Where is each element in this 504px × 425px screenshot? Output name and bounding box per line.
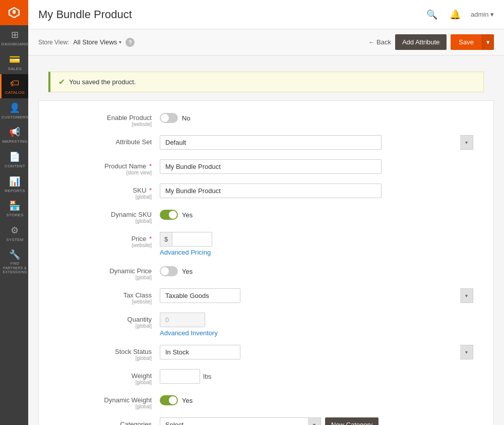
sku-row: SKU * [global]	[49, 184, 473, 200]
extensions-icon: 🔧	[9, 249, 20, 260]
quantity-row: Quantity [global] Advanced Inventory	[49, 313, 473, 337]
tax-class-sub: [website]	[49, 299, 152, 305]
back-button[interactable]: ← Back	[368, 38, 391, 46]
sales-icon: 💳	[9, 54, 20, 65]
categories-label: Categories	[49, 420, 152, 425]
add-attribute-button[interactable]: Add Attribute	[395, 34, 447, 50]
top-header: My Bundle Product 🔍 🔔 admin ▾	[28, 0, 504, 29]
weight-row: Weight [global] lbs	[49, 369, 473, 385]
admin-menu[interactable]: admin ▾	[471, 11, 494, 18]
dynamic-weight-toggle-label: Yes	[182, 397, 193, 404]
stock-status-select[interactable]: In Stock Out of Stock	[160, 345, 240, 359]
price-label: Price *	[49, 235, 152, 242]
product-form: Enable Product [website] No Attribute Se…	[38, 100, 494, 425]
sidebar-item-marketing[interactable]: 📢 Marketing	[0, 123, 28, 147]
toolbar-right: ← Back Add Attribute Save ▾	[368, 34, 494, 50]
stock-status-sub: [global]	[49, 355, 152, 361]
system-icon: ⚙	[11, 225, 19, 236]
sidebar-item-customers[interactable]: 👤 Customers	[0, 98, 28, 123]
quantity-input[interactable]	[160, 313, 205, 327]
categories-select[interactable]: Select...	[160, 417, 321, 425]
stock-status-row: Stock Status [global] In Stock Out of St…	[49, 345, 473, 361]
enable-product-label: Enable Product	[49, 114, 152, 122]
price-row: Price * [website] $ Advanced Pricing	[49, 232, 473, 256]
stock-status-arrow-icon: ▾	[460, 345, 473, 359]
dynamic-sku-row: Dynamic SKU [global] Yes	[49, 208, 473, 224]
dynamic-price-toggle-label: Yes	[182, 268, 193, 275]
dynamic-weight-row: Dynamic Weight [global] Yes	[49, 393, 473, 409]
dynamic-price-label: Dynamic Price	[49, 267, 152, 275]
tax-class-select[interactable]: Taxable Goods None	[160, 288, 240, 303]
product-name-input[interactable]	[160, 159, 382, 174]
dynamic-weight-label: Dynamic Weight	[49, 396, 152, 404]
sidebar-item-dashboard[interactable]: ⊞ Dashboard	[0, 25, 28, 50]
enable-product-sub: [website]	[49, 122, 152, 127]
dynamic-sku-sub: [global]	[49, 218, 152, 224]
enable-product-toggle-label: No	[182, 114, 191, 122]
sidebar-item-extensions[interactable]: 🔧 Find Partners & Extensions	[0, 245, 28, 278]
success-banner: ✔ You saved the product.	[48, 72, 484, 92]
new-category-button[interactable]: New Category	[325, 417, 379, 425]
stores-icon: 🏪	[9, 200, 20, 211]
content-icon: 📄	[9, 151, 20, 162]
dynamic-weight-toggle[interactable]	[160, 395, 178, 405]
store-view-chevron-icon: ▾	[119, 39, 121, 45]
notifications-button[interactable]: 🔔	[448, 7, 463, 22]
toolbar: Store View: All Store Views ▾ ? ← Back A…	[28, 29, 504, 55]
sidebar: ⊞ Dashboard 💳 Sales 🏷 Catalog 👤 Customer…	[0, 0, 28, 425]
price-sub: [website]	[49, 242, 152, 248]
sidebar-item-sales[interactable]: 💳 Sales	[0, 50, 28, 75]
tax-class-label: Tax Class	[49, 291, 152, 299]
sku-input[interactable]	[160, 184, 382, 198]
sku-label: SKU *	[49, 187, 152, 194]
search-button[interactable]: 🔍	[424, 7, 439, 22]
store-view-select[interactable]: All Store Views ▾	[73, 38, 121, 46]
weight-label: Weight	[49, 372, 152, 380]
product-name-label: Product Name *	[49, 162, 152, 170]
store-view-label: Store View:	[38, 39, 69, 46]
categories-row: Categories [global] Select... ▾ New Cate…	[49, 417, 473, 425]
dynamic-sku-toggle[interactable]	[160, 210, 178, 220]
dynamic-weight-sub: [global]	[49, 404, 152, 409]
weight-unit: lbs	[200, 370, 215, 383]
advanced-inventory-link[interactable]: Advanced Inventory	[160, 329, 473, 337]
stock-status-label: Stock Status	[49, 348, 152, 355]
dynamic-price-toggle[interactable]	[160, 266, 178, 276]
header-actions: 🔍 🔔 admin ▾	[424, 7, 494, 22]
dynamic-price-row: Dynamic Price [global] Yes	[49, 264, 473, 280]
sidebar-item-catalog[interactable]: 🏷 Catalog	[0, 74, 28, 98]
catalog-icon: 🏷	[10, 78, 19, 89]
product-name-row: Product Name * [store view]	[49, 159, 473, 175]
dynamic-sku-label: Dynamic SKU	[49, 211, 152, 218]
sidebar-item-content[interactable]: 📄 Content	[0, 147, 28, 172]
tax-class-row: Tax Class [website] Taxable Goods None ▾	[49, 288, 473, 305]
weight-input[interactable]	[160, 369, 200, 384]
price-input[interactable]	[172, 232, 212, 247]
attribute-set-select[interactable]: Default	[160, 135, 382, 150]
sidebar-item-stores[interactable]: 🏪 Stores	[0, 196, 28, 221]
sidebar-item-system[interactable]: ⚙ System	[0, 221, 28, 246]
dashboard-icon: ⊞	[11, 29, 19, 40]
quantity-sub: [global]	[49, 323, 152, 329]
weight-sub: [global]	[49, 380, 152, 385]
store-view-value: All Store Views	[73, 38, 117, 46]
enable-product-toggle[interactable]	[160, 113, 178, 123]
main-content: My Bundle Product 🔍 🔔 admin ▾ Store View…	[28, 0, 504, 425]
save-dropdown-button[interactable]: ▾	[482, 34, 494, 50]
product-name-sub: [store view]	[49, 170, 152, 175]
sidebar-logo	[0, 0, 28, 25]
advanced-pricing-link[interactable]: Advanced Pricing	[160, 249, 473, 256]
price-currency: $	[160, 232, 172, 247]
help-icon[interactable]: ?	[125, 38, 135, 47]
attribute-set-arrow-icon: ▾	[460, 135, 473, 150]
enable-product-row: Enable Product [website] No	[49, 111, 473, 127]
dynamic-price-sub: [global]	[49, 275, 152, 280]
save-button[interactable]: Save	[451, 34, 482, 50]
attribute-set-label: Attribute Set	[49, 138, 152, 146]
marketing-icon: 📢	[9, 127, 20, 138]
attribute-set-row: Attribute Set Default ▾	[49, 135, 473, 151]
sidebar-item-reports[interactable]: 📊 Reports	[0, 172, 28, 197]
reports-icon: 📊	[9, 176, 20, 187]
dynamic-sku-toggle-label: Yes	[182, 211, 193, 219]
content-area: ✔ You saved the product. Enable Product …	[28, 55, 504, 425]
